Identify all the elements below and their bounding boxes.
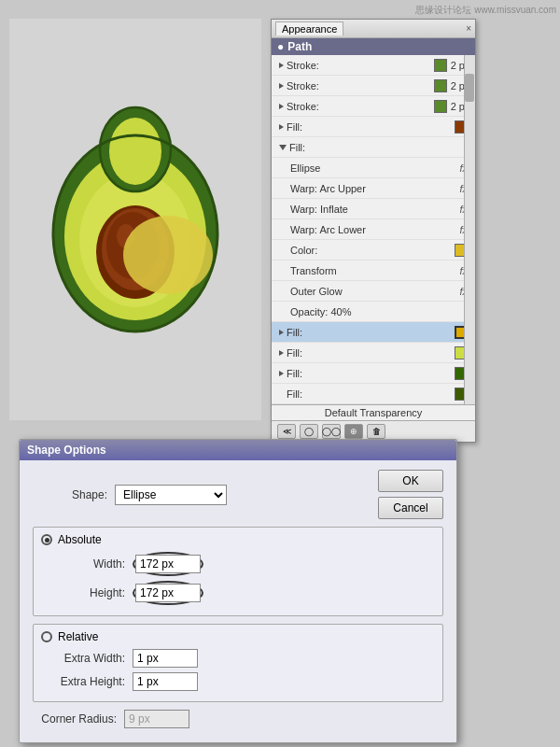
footer-buttons: ≪ ◯ ◯◯ ⊕ 🗑: [277, 424, 385, 439]
absolute-radio[interactable]: [41, 534, 52, 545]
outer-glow-label: Outer Glow: [290, 286, 459, 297]
watermark: 思缘设计论坛 www.missvuan.com: [415, 4, 556, 17]
footer-text: Default Transparency: [272, 404, 475, 420]
shape-select-container: Ellipse Rectangle Rounded Rectangle: [115, 485, 227, 505]
ellipse-row[interactable]: Ellipse fx: [272, 158, 475, 178]
fill-section-header[interactable]: Fill:: [272, 137, 475, 158]
fill-hl-arrow: [279, 330, 284, 335]
extra-width-label: Extra Width:: [41, 652, 125, 665]
height-input[interactable]: [135, 584, 201, 602]
footer-btn-1[interactable]: ≪: [277, 424, 296, 439]
ellipse-label: Ellipse: [290, 162, 459, 174]
svg-point-4: [109, 118, 161, 185]
shape-options-dialog: Shape Options Shape: Ellipse Rectangle R…: [19, 439, 457, 743]
fill-row-3[interactable]: Fill:: [272, 363, 475, 384]
avocado-illustration: [33, 98, 238, 341]
color-label: Color:: [290, 245, 451, 256]
stroke-row-3[interactable]: Stroke: 2 pt: [272, 96, 475, 117]
height-highlight: [133, 581, 203, 605]
footer-btn-2[interactable]: ◯: [300, 424, 318, 439]
transform-row[interactable]: Transform fx: [272, 261, 475, 281]
shape-label: Shape:: [33, 488, 107, 501]
scroll-handle[interactable]: [465, 74, 474, 102]
fill-row-1[interactable]: Fill:: [272, 117, 475, 137]
panel-tabs: Appearance: [275, 21, 343, 35]
relative-label: Relative: [58, 630, 98, 643]
warp-inflate-row[interactable]: Warp: Inflate fx: [272, 199, 475, 219]
row-arrow-fill: [279, 124, 284, 130]
stroke-color-2[interactable]: [434, 79, 447, 92]
path-icon: ●: [277, 40, 284, 53]
width-input[interactable]: [135, 555, 201, 573]
panel-scrollbar[interactable]: [464, 55, 475, 404]
row-arrow-icon: [279, 63, 284, 68]
stroke-color-3[interactable]: [434, 100, 447, 113]
dialog-buttons: OK Cancel: [378, 470, 443, 519]
stroke-color-1[interactable]: [434, 59, 447, 72]
transform-label: Transform: [290, 265, 459, 276]
shape-select[interactable]: Ellipse Rectangle Rounded Rectangle: [115, 485, 227, 505]
height-label: Height:: [41, 586, 125, 599]
warp-arc-lower-label: Warp: Arc Lower: [290, 224, 459, 235]
opacity-label: Opacity: 40%: [290, 306, 468, 317]
warp-arc-lower-row[interactable]: Warp: Arc Lower fx: [272, 219, 475, 240]
color-row[interactable]: Color:: [272, 240, 475, 261]
fill-label-4: Fill:: [279, 388, 455, 400]
fill-row2-arrow: [279, 350, 284, 356]
footer-btn-3[interactable]: ◯◯: [322, 424, 341, 439]
dialog-title: Shape Options: [27, 444, 106, 457]
row-arrow-icon-3: [279, 104, 284, 109]
row-arrow-icon-2: [279, 83, 284, 89]
warp-inflate-label: Warp: Inflate: [290, 204, 459, 215]
panel-content: Stroke: 2 pt Stroke: 2 pt Stroke: 2 pt F…: [272, 55, 475, 404]
fill-section-label: Fill:: [289, 142, 468, 153]
fill-hl-label: Fill:: [287, 327, 455, 338]
panel-path-header: ● Path: [272, 38, 475, 55]
extra-height-label: Extra Height:: [41, 675, 125, 688]
absolute-section: Absolute Width: Height:: [33, 527, 443, 616]
corner-radius-input[interactable]: [124, 710, 189, 728]
panel-close-button[interactable]: ×: [466, 23, 471, 34]
footer-btn-delete[interactable]: 🗑: [367, 424, 385, 439]
relative-section: Relative Extra Width: Extra Height:: [33, 624, 443, 702]
relative-radio[interactable]: [41, 631, 52, 642]
extra-width-row: Extra Width:: [41, 649, 435, 668]
warp-arc-upper-label: Warp: Arc Upper: [290, 183, 459, 194]
stroke-label-3: Stroke:: [287, 101, 434, 112]
width-highlight: [133, 552, 203, 576]
appearance-panel: Appearance × ● Path Stroke: 2 pt Stroke:…: [271, 19, 476, 443]
width-label: Width:: [41, 557, 125, 571]
shape-row: Shape: Ellipse Rectangle Rounded Rectang…: [33, 470, 443, 519]
fill-label-1: Fill:: [287, 121, 455, 133]
dialog-body: Shape: Ellipse Rectangle Rounded Rectang…: [20, 460, 456, 742]
fill-row-4[interactable]: Fill:: [272, 384, 475, 404]
stroke-row-2[interactable]: Stroke: 2 pt: [272, 76, 475, 96]
stroke-label-1: Stroke:: [287, 60, 434, 71]
fill-highlighted-row[interactable]: Fill:: [272, 322, 475, 343]
svg-point-9: [123, 216, 213, 294]
height-row: Height:: [41, 581, 435, 605]
extra-height-input[interactable]: [133, 672, 198, 691]
relative-title: Relative: [41, 630, 435, 643]
absolute-label: Absolute: [58, 533, 102, 546]
cancel-button[interactable]: Cancel: [378, 497, 443, 519]
outer-glow-row[interactable]: Outer Glow fx: [272, 281, 475, 302]
fill-label-3: Fill:: [287, 368, 455, 379]
width-row: Width:: [41, 552, 435, 576]
path-label: Path: [287, 40, 312, 53]
appearance-tab[interactable]: Appearance: [275, 21, 343, 35]
fill-label-2: Fill:: [287, 347, 455, 359]
corner-radius-label: Corner Radius:: [33, 712, 117, 726]
fill-row-2[interactable]: Fill:: [272, 343, 475, 363]
warp-arc-upper-row[interactable]: Warp: Arc Upper fx: [272, 178, 475, 199]
extra-width-input[interactable]: [133, 649, 198, 668]
row-arrow-down-icon: [279, 145, 287, 150]
canvas-area: [9, 19, 261, 420]
opacity-row[interactable]: Opacity: 40%: [272, 302, 475, 322]
fill-row3-arrow: [279, 371, 284, 376]
stroke-row-1[interactable]: Stroke: 2 pt: [272, 55, 475, 76]
absolute-title: Absolute: [41, 533, 435, 546]
footer-btn-4[interactable]: ⊕: [344, 424, 363, 439]
dialog-titlebar: Shape Options: [20, 440, 456, 460]
ok-button[interactable]: OK: [378, 470, 443, 492]
